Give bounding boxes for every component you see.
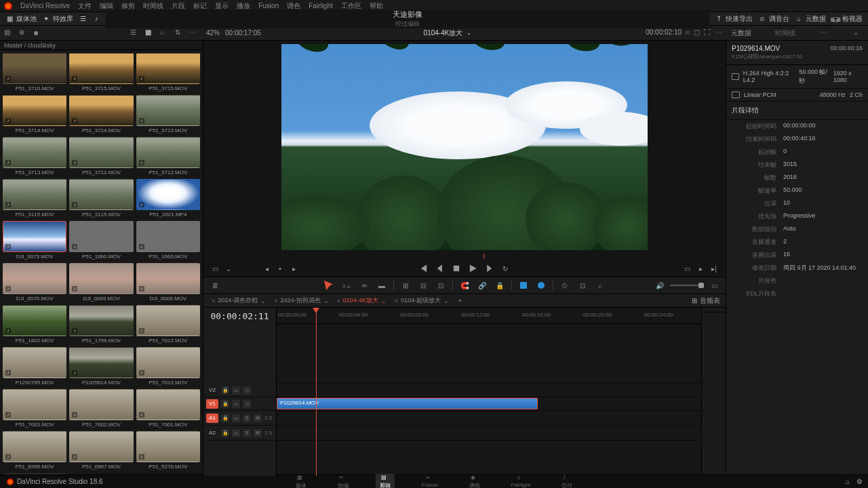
insert-tool[interactable]: ⊞ <box>399 279 412 291</box>
zoom-slider-icon[interactable]: ⌕ <box>594 279 606 291</box>
media-clip[interactable]: ♪P51_7012.MOV <box>136 347 200 386</box>
timeline-tab[interactable]: ×0104-4K放大⌄ <box>334 295 389 306</box>
track-label-v2[interactable]: V2 <box>206 386 218 395</box>
viewer-match-icon[interactable]: ⎌ <box>686 28 690 38</box>
match-frame-icon[interactable]: ◂ <box>262 264 271 273</box>
timeline-tab[interactable]: ×2024-调色存档⌄ <box>209 295 269 306</box>
media-clip[interactable]: ♪P51_6997.MOV <box>69 431 133 470</box>
quick-export[interactable]: ⤒快速导出 <box>715 14 753 24</box>
home-icon[interactable]: ⌂ <box>846 478 850 485</box>
record-dot-icon[interactable] <box>34 31 38 35</box>
zoom-fit-icon[interactable]: ⊡ <box>576 279 589 291</box>
blade-tool[interactable]: ▬ <box>376 279 388 291</box>
viewer-mode-icon[interactable]: ▭ <box>210 264 220 273</box>
prev-frame-button[interactable] <box>435 264 445 273</box>
sound-lib-toggle[interactable]: ♪ <box>92 15 100 23</box>
media-clip[interactable]: ♪P51_7001.MOV <box>136 389 200 428</box>
list-view-icon[interactable]: ☰ <box>130 28 140 38</box>
auto-select-icon[interactable]: ▭ <box>232 386 240 394</box>
page-tab-交付[interactable]: ⤴交付 <box>557 474 576 489</box>
selection-tool[interactable] <box>323 279 335 291</box>
viewer-icon[interactable]: ▢ <box>694 28 700 38</box>
link-toggle[interactable]: 🔗 <box>476 279 488 291</box>
grid-view-icon[interactable]: ▦ <box>145 28 155 38</box>
mixer-label[interactable]: 音频表 <box>700 296 720 306</box>
stop-button[interactable] <box>452 264 461 273</box>
media-clip[interactable]: ♪P51_3712.MOV <box>69 137 133 176</box>
play-button[interactable] <box>468 264 477 273</box>
chevron-down-icon[interactable]: ⌄ <box>467 30 471 36</box>
page-tab-快编[interactable]: ✂快编 <box>334 474 353 489</box>
overwrite-tool[interactable]: ⊟ <box>417 279 429 291</box>
next-frame-button[interactable] <box>484 264 494 273</box>
trim-tool[interactable]: ⫞⫠ <box>340 279 353 291</box>
mixer-toggle[interactable]: ⎚调音台 <box>758 14 789 24</box>
mute-button[interactable]: M <box>254 429 262 437</box>
media-clip[interactable]: ♪P51_1799.MOV <box>69 305 133 344</box>
inspector-toggle[interactable]: ⫹⫺检视器 <box>831 14 863 24</box>
page-tab-Fusion[interactable]: ∞Fusion <box>418 474 442 489</box>
lock-icon[interactable]: 🔒 <box>221 414 229 422</box>
first-frame-button[interactable] <box>419 264 429 273</box>
track-a2[interactable] <box>277 426 701 441</box>
last-edit-icon[interactable]: ▸| <box>709 264 719 273</box>
timeline-timecode[interactable]: 00:00:02:11 <box>203 308 276 324</box>
menu-item[interactable]: DaVinci Resolve <box>20 2 70 9</box>
timeline-tab[interactable]: ×2424-拍照调色⌄ <box>271 295 331 306</box>
media-clip[interactable]: ♪P51_7012.MOV <box>136 305 200 344</box>
more-icon[interactable]: ⋯ <box>190 28 199 38</box>
metadata-tab[interactable]: 元数据 <box>731 28 751 38</box>
track-label-a2[interactable]: A2 <box>206 428 218 438</box>
timeline-view-icon[interactable]: ≣ <box>209 279 221 291</box>
page-tab-Fairlight[interactable]: ♫Fairlight <box>507 474 534 489</box>
disable-icon[interactable]: ◇ <box>243 386 251 394</box>
media-clip[interactable]: ♪P51_3713.MOV <box>136 95 200 134</box>
media-clip[interactable]: ♪P51_6998.MOV <box>3 431 66 470</box>
media-clip[interactable]: ♪DJI_0073.MOV <box>3 221 66 260</box>
viewer-expand-icon[interactable]: ⛶ <box>704 28 711 38</box>
replace-tool[interactable]: ⊡ <box>435 279 447 291</box>
volume-slider[interactable] <box>670 285 704 286</box>
page-tab-媒体[interactable]: ▦媒体 <box>292 474 311 489</box>
media-clip[interactable]: ♪P51_3713.MOV <box>3 137 66 176</box>
menu-item[interactable]: Fusion <box>258 2 279 9</box>
flag-button[interactable] <box>517 279 530 291</box>
media-clip[interactable]: ♪DJI_0068.MOV <box>136 263 200 302</box>
match-frame-icon[interactable]: ▸ <box>289 264 298 273</box>
media-clip[interactable]: ♪P51_3715.MOV <box>136 53 200 92</box>
media-clip[interactable]: ♪P51_3715.MOV <box>69 53 133 92</box>
retime-icon[interactable]: ⏲ <box>559 279 571 291</box>
media-clip[interactable]: ♪P51_7003.MOV <box>3 389 66 428</box>
media-clip[interactable]: ♪P51_7002.MOV <box>69 389 133 428</box>
lock-icon[interactable]: 🔒 <box>221 400 229 408</box>
viewer-frame[interactable] <box>281 44 648 250</box>
menu-item[interactable]: 文件 <box>78 1 92 11</box>
playhead[interactable] <box>316 309 317 476</box>
lock-icon[interactable]: 🔒 <box>221 429 229 437</box>
lock-icon[interactable]: 🔒 <box>221 386 229 394</box>
mark-in-icon[interactable]: ▭ <box>682 264 692 273</box>
timeline-tab[interactable]: 时间线 <box>775 28 795 38</box>
snap-toggle[interactable]: 🧲 <box>458 279 471 291</box>
chevron-down-icon[interactable]: ⌄ <box>853 28 863 38</box>
media-clip[interactable]: ♪P51_1802.MOV <box>3 305 66 344</box>
position-lock[interactable]: 🔒 <box>494 279 506 291</box>
mute-button[interactable]: M <box>254 414 262 422</box>
more-icon[interactable]: ⋯ <box>820 28 829 38</box>
auto-select-icon[interactable]: ▭ <box>232 414 240 422</box>
viewer-clip-name[interactable]: 0104-4K放大 <box>424 28 463 38</box>
page-tab-调色[interactable]: ◉调色 <box>465 474 484 489</box>
media-clip[interactable]: ♪P51_3712.MOV <box>136 137 200 176</box>
pool-pin-icon[interactable]: ▤ <box>4 28 14 38</box>
media-clip[interactable]: ♪P51_3115.MOV <box>3 179 66 218</box>
menu-item[interactable]: Fairlight <box>309 2 333 9</box>
media-clip[interactable]: ♪P51_3714.MOV <box>69 95 133 134</box>
viewer-zoom[interactable]: 42% <box>206 29 220 37</box>
mute-icon[interactable]: 🔊 <box>654 279 666 291</box>
solo-button[interactable]: S <box>243 429 251 437</box>
timeline-settings-icon[interactable]: ⊞ <box>692 297 697 304</box>
chevron-down-icon[interactable]: ⌄ <box>224 264 233 273</box>
disable-icon[interactable]: ◇ <box>243 400 251 408</box>
playhead-mark[interactable] <box>484 253 484 259</box>
track-label-v1[interactable]: V1 <box>206 399 218 409</box>
